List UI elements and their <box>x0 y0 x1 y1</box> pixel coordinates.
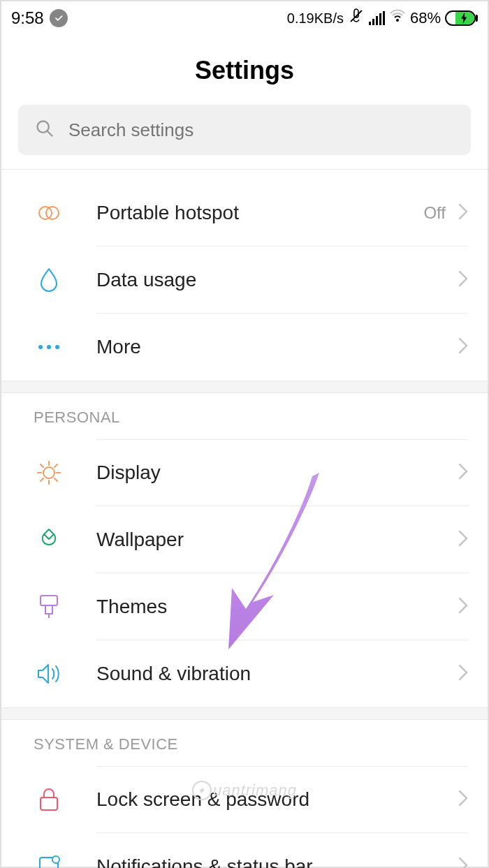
status-time: 9:58 <box>11 8 44 28</box>
row-label: Notifications & status bar <box>96 855 458 868</box>
chevron-right-icon <box>458 664 468 684</box>
page-title: Settings <box>1 31 488 105</box>
search-input[interactable] <box>68 119 454 141</box>
chevron-right-icon <box>458 857 468 868</box>
row-wallpaper[interactable]: Wallpaper <box>96 506 468 573</box>
row-label: Display <box>96 462 458 484</box>
status-bar: 9:58 0.19KB/s 68% <box>1 1 488 31</box>
row-label: Wallpaper <box>96 529 458 551</box>
sun-icon <box>34 457 64 488</box>
svg-point-7 <box>47 345 51 349</box>
row-notifications[interactable]: Notifications & status bar <box>96 833 468 868</box>
chevron-right-icon <box>458 597 468 617</box>
row-display[interactable]: Display <box>96 439 468 506</box>
section-header-personal: PERSONAL <box>1 393 488 439</box>
svg-line-15 <box>54 478 57 481</box>
chevron-right-icon <box>458 530 468 550</box>
row-label: Sound & vibration <box>96 663 458 685</box>
svg-rect-21 <box>41 797 57 810</box>
data-rate: 0.19KB/s <box>287 10 344 27</box>
row-themes[interactable]: Themes <box>96 573 468 640</box>
speaker-icon <box>34 659 64 689</box>
mute-icon <box>348 8 365 29</box>
battery-icon <box>445 10 478 26</box>
watermark: ✦uantrimang <box>192 781 297 800</box>
wifi-icon <box>389 9 406 27</box>
row-label: Portable hotspot <box>96 202 423 224</box>
row-label: Data usage <box>96 269 458 291</box>
row-label: Themes <box>96 596 458 618</box>
row-sound-vibration[interactable]: Sound & vibration <box>96 640 468 707</box>
svg-point-23 <box>52 856 59 863</box>
svg-rect-18 <box>41 596 57 605</box>
svg-line-0 <box>351 10 362 22</box>
chevron-right-icon <box>458 203 468 223</box>
chevron-right-icon <box>458 270 468 290</box>
svg-line-14 <box>41 464 43 467</box>
svg-line-16 <box>54 464 57 467</box>
search-icon <box>35 119 54 141</box>
battery-percent: 68% <box>410 9 441 27</box>
lens-icon: ✦ <box>192 781 212 800</box>
svg-point-6 <box>38 345 43 349</box>
row-value: Off <box>423 203 446 223</box>
section-header-system: SYSTEM & DEVICE <box>1 720 488 766</box>
hotspot-icon <box>34 198 64 228</box>
notification-dot-icon <box>34 851 64 868</box>
brush-icon <box>34 591 64 622</box>
svg-rect-19 <box>45 605 52 614</box>
chevron-right-icon <box>458 337 468 357</box>
droplet-icon <box>34 265 64 295</box>
lock-icon <box>34 784 64 815</box>
check-circle-icon <box>50 9 68 27</box>
tulip-icon <box>34 524 64 555</box>
svg-point-8 <box>55 345 59 349</box>
more-icon <box>34 332 64 362</box>
row-portable-hotspot[interactable]: Portable hotspot Off <box>96 179 468 247</box>
svg-line-3 <box>48 131 52 136</box>
row-data-usage[interactable]: Data usage <box>96 247 468 314</box>
chevron-right-icon <box>458 463 468 483</box>
row-more[interactable]: More <box>96 314 468 381</box>
svg-line-17 <box>41 478 43 481</box>
svg-point-9 <box>43 467 54 478</box>
row-label: More <box>96 336 458 358</box>
search-bar[interactable] <box>18 105 471 155</box>
chevron-right-icon <box>458 790 468 809</box>
svg-point-1 <box>396 19 399 22</box>
signal-icon <box>369 11 385 25</box>
